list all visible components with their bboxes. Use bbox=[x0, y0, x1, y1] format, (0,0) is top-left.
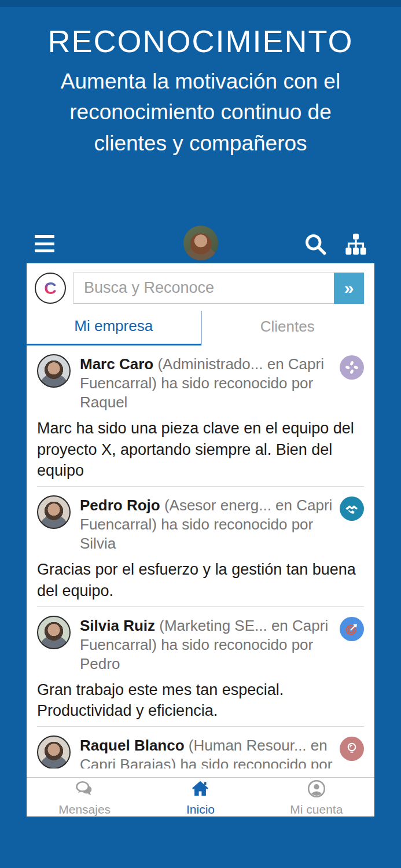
subtitle-line: clientes y compañeros bbox=[0, 128, 401, 159]
page-subtitle: Aumenta la motivación con el reconocimie… bbox=[0, 66, 401, 159]
handshake-icon bbox=[340, 496, 364, 521]
recognition-header: Pedro Rojo (Asesor energ... en Capri Fue… bbox=[80, 495, 334, 553]
org-chart-icon[interactable] bbox=[342, 230, 370, 258]
account-icon bbox=[306, 778, 327, 801]
member-name: Silvia Ruiz bbox=[80, 617, 155, 634]
nav-item-mensajes[interactable]: Mensajes bbox=[27, 778, 142, 816]
member-avatar[interactable] bbox=[37, 616, 71, 649]
hamburger-menu-icon[interactable] bbox=[35, 235, 54, 252]
subtitle-line: Aumenta la motivación con el bbox=[0, 66, 401, 97]
member-name: Raquel Blanco bbox=[80, 737, 185, 754]
nav-label: Mi cuenta bbox=[290, 803, 343, 816]
tab-mi-empresa[interactable]: Mi empresa bbox=[27, 308, 201, 345]
nav-item-inicio[interactable]: Inicio bbox=[142, 778, 258, 816]
recognition-feed: Marc Caro (Administrado... en Capri Fuen… bbox=[27, 345, 374, 768]
chat-bubbles-icon bbox=[74, 778, 95, 801]
feed-item[interactable]: Marc Caro (Administrado... en Capri Fuen… bbox=[27, 345, 374, 487]
profile-avatar[interactable] bbox=[183, 226, 218, 260]
hero-section: RECONOCIMIENTO Aumenta la motivación con… bbox=[0, 23, 401, 159]
search-input[interactable] bbox=[73, 273, 334, 304]
logo-letter: C bbox=[44, 278, 57, 298]
recognition-message: Gran trabajo este mes tan especial. Prod… bbox=[37, 679, 364, 722]
subtitle-line: reconocimiento continuo de bbox=[0, 97, 401, 127]
lightbulb-icon bbox=[340, 737, 364, 761]
app-logo: C bbox=[35, 273, 66, 304]
recognition-header: Silvia Ruiz (Marketing SE... en Capri Fu… bbox=[80, 616, 334, 674]
nav-label: Mensajes bbox=[58, 803, 111, 816]
tab-divider bbox=[201, 311, 202, 345]
status-bar bbox=[0, 0, 401, 7]
search-row: C » bbox=[27, 263, 374, 304]
recognition-app-screen: { "hero": { "title": "RECONOCIMIENTO", "… bbox=[0, 0, 401, 868]
nav-item-mi-cuenta[interactable]: Mi cuenta bbox=[259, 778, 374, 816]
member-avatar[interactable] bbox=[37, 735, 71, 768]
member-avatar[interactable] bbox=[37, 495, 71, 529]
nav-label: Inicio bbox=[186, 803, 215, 816]
target-icon bbox=[340, 617, 364, 641]
team-icon bbox=[340, 355, 364, 380]
app-header bbox=[27, 226, 374, 262]
member-name: Pedro Rojo bbox=[80, 496, 160, 514]
search-submit-button[interactable]: » bbox=[334, 273, 364, 304]
member-name: Marc Caro bbox=[80, 355, 153, 373]
recognition-header: Raquel Blanco (Human Resour... en Capri … bbox=[80, 735, 334, 768]
home-icon bbox=[190, 778, 211, 801]
recognition-header: Marc Caro (Administrado... en Capri Fuen… bbox=[80, 354, 334, 412]
bottom-nav: Mensajes Inicio Mi cuenta bbox=[27, 777, 374, 816]
page-title: RECONOCIMIENTO bbox=[0, 23, 401, 59]
recognition-message: Gracias por el esfuerzo y la gestión tan… bbox=[37, 559, 364, 601]
member-avatar[interactable] bbox=[37, 354, 71, 388]
feed-card: C » Mi empresa Clientes Marc Caro (Admin… bbox=[27, 263, 374, 816]
feed-item[interactable]: Silvia Ruiz (Marketing SE... en Capri Fu… bbox=[27, 607, 374, 727]
tab-clientes[interactable]: Clientes bbox=[201, 308, 375, 345]
feed-item[interactable]: Pedro Rojo (Asesor energ... en Capri Fue… bbox=[27, 487, 374, 606]
search-icon[interactable] bbox=[301, 230, 329, 258]
tab-bar: Mi empresa Clientes bbox=[27, 308, 374, 345]
feed-item[interactable]: Raquel Blanco (Human Resour... en Capri … bbox=[27, 727, 374, 768]
recognition-message: Marc ha sido una pieza clave en el equip… bbox=[37, 418, 364, 481]
